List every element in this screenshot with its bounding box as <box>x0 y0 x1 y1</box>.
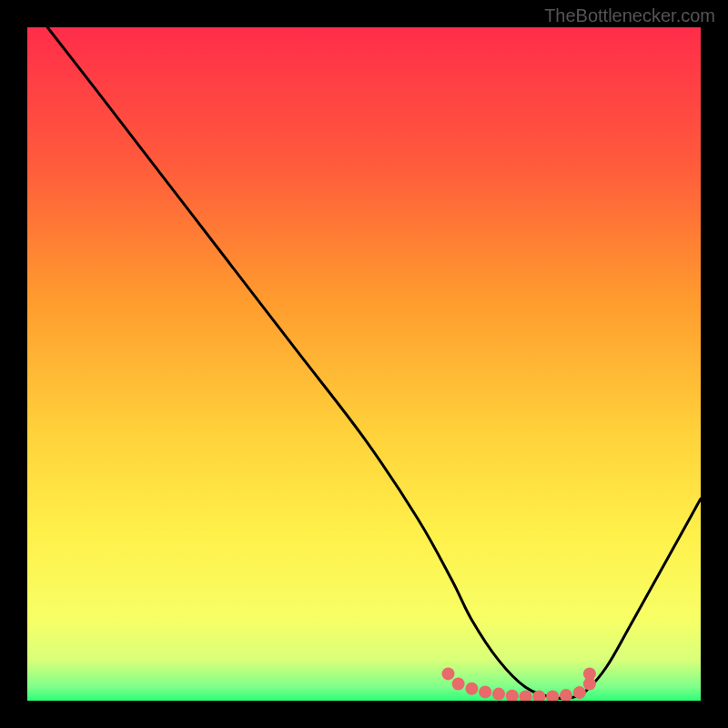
highlight-dot <box>479 685 491 698</box>
highlight-dot <box>492 688 505 701</box>
highlight-dot <box>573 686 586 699</box>
plot-area <box>27 27 701 701</box>
highlight-dot <box>583 667 596 680</box>
chart-svg <box>27 27 701 701</box>
watermark-text: TheBottlenecker.com <box>544 5 715 26</box>
gradient-background <box>27 27 701 701</box>
chart-container: TheBottlenecker.com <box>0 0 728 728</box>
highlight-dot <box>465 682 478 695</box>
highlight-dot <box>452 678 465 691</box>
highlight-dot <box>442 667 455 680</box>
